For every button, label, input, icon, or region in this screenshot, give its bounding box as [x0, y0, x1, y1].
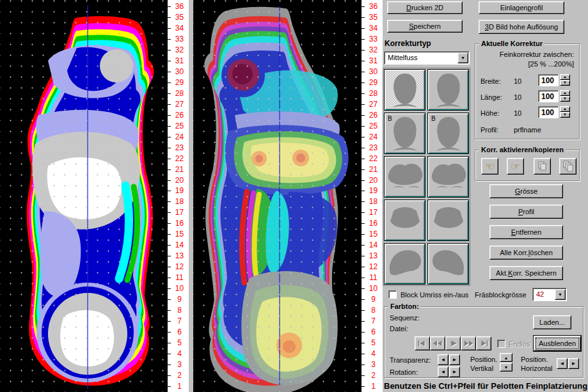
position-vertikal-label-2: Vertikal [470, 365, 493, 372]
ruler-tick [168, 61, 171, 61]
profil-button[interactable]: Profil [489, 205, 563, 219]
pelotte-shape-icon [385, 157, 425, 197]
speichern-button[interactable]: Speichern [387, 20, 463, 33]
einlagenprofil-button[interactable]: Einlagenprofil [479, 1, 564, 14]
ruler-tick [362, 212, 365, 213]
group-title: Korr. aktivieren/kopieren [479, 146, 566, 153]
ruler-tick [168, 299, 171, 300]
fraesblockgroesse-dropdown[interactable]: 42 ▼ [532, 288, 567, 301]
hand-right-icon[interactable]: ☞ [507, 158, 524, 175]
ruler-gap [189, 0, 193, 392]
korr-aktivieren-group: Korr. aktivieren/kopieren ☜ ☞ [475, 150, 580, 181]
pelotte-shape-icon [385, 70, 425, 110]
pelotte-shape-icon [429, 157, 468, 197]
breite-value: 10 [514, 77, 521, 85]
ruler-tick [362, 82, 365, 83]
korrekturtyp-thumbnail-pad-b[interactable]: B [384, 113, 425, 154]
hoehe-spin-down[interactable]: ▼ [560, 112, 570, 118]
entfernen-button[interactable]: Entfernen [489, 225, 563, 239]
ruler-tick [168, 104, 171, 105]
ruler-tick [168, 148, 171, 148]
ruler-tick [362, 104, 365, 105]
position-vertikal-down-button[interactable]: ▼ [500, 363, 513, 372]
breite-spin-field[interactable]: 100 [538, 74, 559, 86]
pelotte-shape-icon [429, 201, 468, 240]
transparenz-right-button[interactable]: ► [449, 354, 460, 365]
chevron-down-icon[interactable]: ▼ [457, 52, 468, 63]
ruler-tick [168, 115, 171, 116]
breite-spin-down[interactable]: ▼ [560, 80, 570, 86]
laenge-spin-down[interactable]: ▼ [560, 96, 570, 102]
button-label: ntfernen [516, 228, 541, 236]
rotation-right-button[interactable]: ► [449, 366, 460, 377]
farbton-group: Farbton: Sequenz: Datei: Laden... Endlos… [384, 306, 584, 378]
ruler-tick [362, 223, 365, 224]
ausblenden-button[interactable]: Ausblenden [534, 336, 581, 351]
ruler-tick [168, 332, 171, 333]
korrekturtyp-thumbnail-wave[interactable] [384, 156, 425, 198]
alle-korr-loeschen-button[interactable]: Alle Korr. löschen [489, 246, 563, 260]
rotation-left-button[interactable]: ◄ [438, 366, 449, 377]
skip-end-icon[interactable] [476, 336, 491, 350]
fast-forward-icon[interactable] [461, 336, 476, 350]
ruler-tick [168, 82, 171, 83]
laden-button[interactable]: Laden... [533, 315, 571, 329]
skip-start-icon[interactable] [415, 336, 430, 350]
laenge-spin-field[interactable]: 100 [538, 90, 559, 102]
endlos-checkbox[interactable] [497, 340, 505, 348]
ruler-tick [362, 386, 365, 387]
ruler-tick [362, 93, 365, 94]
ruler-tick [362, 126, 365, 127]
groesse-button[interactable]: Grösse [489, 184, 563, 198]
foot-heatmap-image[interactable] [193, 0, 362, 392]
copy-pages-icon[interactable] [559, 158, 576, 175]
korrekturtyp-thumbnail-wave[interactable] [427, 156, 469, 198]
ruler-tick [362, 245, 365, 246]
ruler-tick [362, 234, 365, 235]
position-vertikal-up-button[interactable]: ▲ [500, 353, 513, 362]
button-label: rösse [520, 187, 537, 195]
skip-end-glyph [477, 338, 491, 349]
block-umriss-checkbox[interactable] [388, 290, 397, 299]
hand-left-icon[interactable]: ☜ [481, 158, 498, 175]
breite-spin-up[interactable]: ▲ [560, 74, 570, 80]
korrekturtyp-thumbnail-wing[interactable] [384, 243, 425, 285]
hoehe-spin-up[interactable]: ▲ [560, 106, 570, 112]
endlos-label: Endlos [509, 340, 530, 348]
hoehe-label: Höhe: [481, 109, 499, 117]
feinkorrektur-range: [25 % ...200%] [528, 60, 574, 68]
hand-right-glyph: ☞ [511, 161, 520, 172]
position-horizontal-left-button[interactable]: ◄ [557, 358, 568, 369]
hoehe-spin-field[interactable]: 100 [538, 106, 559, 118]
korrekturtyp-thumbnail-wing-r[interactable] [427, 243, 469, 285]
ruler-tick [168, 354, 171, 354]
3d-bild-button[interactable]: 3D Bild hohe Auflösung [479, 20, 564, 34]
ruler-tick [168, 321, 171, 322]
feinkorrektur-hint: Feinkorrektur zwischen: [500, 51, 574, 58]
button-label: Akt. [496, 269, 508, 277]
drucken-2d-button[interactable]: Drucken 2D [387, 1, 463, 14]
rewind-icon[interactable] [430, 336, 445, 350]
foot-contour-image[interactable] [0, 0, 168, 392]
korrekturtyp-dropdown[interactable]: Mittelfuss ▼ [384, 51, 470, 65]
ruler-tick [168, 223, 171, 224]
korrekturtyp-thumbnail-hex[interactable] [427, 200, 469, 241]
korrekturtyp-thumbnail-pad-b[interactable]: B [427, 113, 469, 154]
korrekturtyp-thumbnail-hex[interactable] [384, 200, 425, 241]
korrekturtyp-thumbnail-pad[interactable] [427, 69, 469, 111]
transparenz-left-button[interactable]: ◄ [438, 354, 449, 365]
ruler-tick [168, 343, 171, 343]
copy-page-icon[interactable] [534, 158, 551, 175]
korrekturtyp-thumbnail-pad[interactable] [384, 69, 425, 111]
button-label: D Bild hohe Auflösung [489, 23, 558, 31]
ruler-tick [362, 201, 365, 202]
profil-value: prflname [514, 126, 541, 134]
laenge-spin-up[interactable]: ▲ [560, 90, 570, 96]
play-icon[interactable] [445, 336, 461, 350]
button-label: rofil [523, 208, 534, 216]
ruler-tick [362, 278, 365, 278]
akt-korr-speichern-button[interactable]: Akt. Korr. Speichern [489, 266, 563, 280]
position-horizontal-right-button[interactable]: ► [568, 358, 579, 369]
chevron-down-icon[interactable]: ▼ [555, 289, 566, 300]
vertical-ruler-right: 3635343332313029282726252423222120191817… [362, 0, 383, 392]
